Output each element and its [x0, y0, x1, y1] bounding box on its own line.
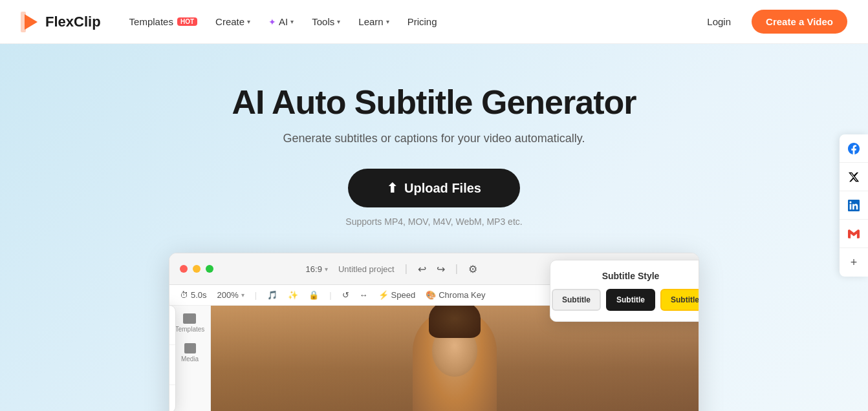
twitter-button[interactable]	[840, 163, 868, 191]
login-button[interactable]: Login	[697, 11, 741, 32]
mask-tool[interactable]: 🔒	[309, 290, 319, 300]
time-display: ⏱ 5.0s	[180, 290, 207, 300]
social-sidebar: +	[840, 134, 868, 277]
subtitle-row-3: 00:10.0 New subtitle	[169, 385, 175, 411]
linkedin-button[interactable]	[840, 191, 868, 220]
redo-icon[interactable]: ↪	[437, 263, 445, 275]
speed-tool[interactable]: ⚡ Speed	[378, 290, 416, 300]
facebook-button[interactable]	[840, 134, 868, 163]
chroma-key-tool[interactable]: 🎨 Chroma Key	[426, 290, 485, 300]
sidebar-media[interactable]: Media	[181, 343, 199, 363]
svg-rect-2	[21, 12, 26, 32]
nav-pricing[interactable]: Pricing	[400, 11, 445, 32]
separator: |	[405, 263, 407, 275]
nav-learn[interactable]: Learn ▾	[351, 11, 396, 32]
toolbar-divider2: |	[329, 290, 331, 300]
audio-tool[interactable]: 🎵	[267, 290, 277, 300]
learn-chevron-icon: ▾	[386, 18, 389, 25]
upload-files-button[interactable]: ⬆ Upload Files	[348, 169, 520, 207]
style-options: Subtitle Subtitle Subtitle	[561, 289, 699, 311]
subtitle-panel: 00:00.0 00:05.0 Hi everyone, Emily here …	[169, 305, 176, 411]
nav-create[interactable]: Create ▾	[208, 11, 258, 32]
magic-tool[interactable]: ✨	[288, 290, 298, 300]
media-icon	[184, 343, 196, 353]
hot-badge: HOT	[177, 17, 197, 26]
navbar-right: Login Create a Video	[697, 10, 847, 34]
nav-ai[interactable]: ✦ AI ▾	[261, 11, 301, 32]
nav-links: Templates HOT Create ▾ ✦ AI ▾ Tools ▾ Le…	[122, 11, 445, 32]
project-title: Untitled project	[338, 264, 395, 274]
subtitle-row-2: 00:05.0 00:10.0 I'm gonna be showing you…	[169, 345, 175, 385]
templates-icon	[183, 313, 196, 324]
navbar: FlexClip Templates HOT Create ▾ ✦ AI ▾ T…	[0, 0, 868, 44]
create-chevron-icon: ▾	[247, 18, 250, 25]
nav-tools[interactable]: Tools ▾	[304, 11, 348, 32]
app-preview: 16:9 ▾ Untitled project | ↩ ↪ | ⚙ Save E…	[169, 253, 699, 411]
style-option-dark[interactable]: Subtitle	[606, 289, 655, 311]
flip-tool[interactable]: ↔	[360, 290, 368, 300]
email-button[interactable]	[840, 220, 868, 248]
hero-subtitle: Generate subtitles or captions for your …	[283, 132, 585, 145]
zoom-control[interactable]: 200% ▾	[217, 290, 244, 300]
hero-section: AI Auto Subtitle Generator Generate subt…	[0, 44, 868, 411]
ai-star-icon: ✦	[268, 17, 276, 27]
logo[interactable]: FlexClip	[21, 12, 101, 32]
minimize-dot	[193, 265, 201, 273]
style-option-light[interactable]: Subtitle	[552, 289, 601, 311]
maximize-dot	[206, 265, 213, 273]
style-panel-title: Subtitle Style	[561, 271, 699, 281]
undo-icon[interactable]: ↩	[418, 263, 426, 275]
settings-icon[interactable]: ⚙	[468, 263, 477, 275]
close-dot	[180, 265, 188, 273]
tools-chevron-icon: ▾	[337, 18, 340, 25]
aspect-ratio: 16:9 ▾	[306, 264, 328, 274]
more-button[interactable]: +	[840, 248, 868, 277]
create-video-button[interactable]: Create a Video	[752, 10, 847, 34]
upload-icon: ⬆	[387, 180, 398, 196]
subtitle-row-1: 00:00.0 00:05.0 Hi everyone, Emily here …	[169, 306, 175, 345]
style-option-yellow[interactable]: Subtitle	[660, 289, 699, 311]
separator2: |	[455, 263, 458, 275]
person-hair	[429, 306, 481, 338]
hero-title: AI Auto Subtitle Generator	[232, 83, 636, 121]
ai-chevron-icon: ▾	[290, 18, 294, 25]
supports-text: Supports MP4, MOV, M4V, WebM, MP3 etc.	[345, 216, 522, 227]
logo-icon	[21, 12, 41, 32]
sidebar-templates[interactable]: Templates	[175, 313, 205, 333]
subtitle-style-panel: Subtitle Style Subtitle Subtitle Subtitl…	[550, 260, 699, 322]
navbar-left: FlexClip Templates HOT Create ▾ ✦ AI ▾ T…	[21, 11, 445, 32]
nav-templates[interactable]: Templates HOT	[122, 11, 205, 32]
rotate-tool[interactable]: ↺	[342, 290, 349, 300]
toolbar-divider: |	[255, 290, 257, 300]
